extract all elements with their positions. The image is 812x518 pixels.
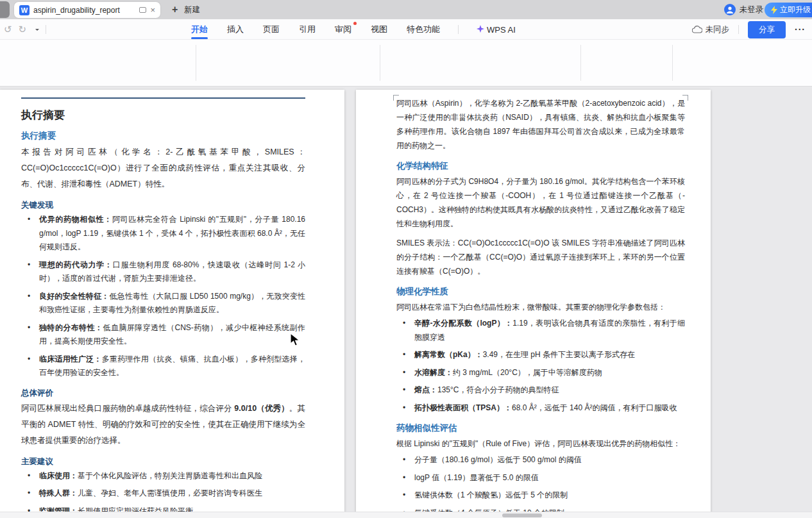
section-heading[interactable]: 物理化学性质 (396, 286, 685, 297)
menu-tabs: 开始 插入 页面 引用 审阅 视图 特色功能 WPS AI (190, 19, 517, 40)
sync-status-label: 未同步 (706, 24, 730, 35)
divider (672, 45, 673, 81)
divider (738, 25, 739, 34)
list-item[interactable]: 独特的分布特性：低血脑屏障穿透性（CNS-药物），减少中枢神经系统副作用，提高长… (21, 321, 305, 349)
list-item[interactable]: logP 值（1.19）显著低于 5.0 的限值 (396, 471, 685, 485)
list-item[interactable]: 监测管理：长期使用应定期评估获益风险平衡 (21, 505, 305, 512)
doc-title-heading[interactable]: 执行摘要 (21, 108, 305, 122)
ribbon-toolbar: Arial 11 A+ A− wén文 I U A X2 A A A (0, 40, 812, 87)
history-dropdown-icon[interactable] (35, 29, 39, 33)
document-tab-title: aspirin_drugability_report (33, 6, 135, 15)
menu-tab-wps-ai[interactable]: WPS AI (475, 21, 517, 39)
menu-bar: ↺ ↻ 开始 插入 页面 引用 审阅 视图 特色功能 WPS AI 未同步 分享… (0, 19, 812, 40)
undo-icon[interactable]: ↺ (4, 24, 12, 35)
subsection-heading[interactable]: 总体评价 (21, 388, 305, 399)
upgrade-label: 立即升级 (780, 4, 811, 15)
lightning-icon (771, 6, 777, 14)
paragraph[interactable]: 阿司匹林（Aspirin），化学名称为 2-乙酰氧基苯甲酸（2-acetoxyb… (396, 96, 685, 153)
user-avatar-icon (724, 4, 736, 15)
margin-corner-mark (393, 95, 399, 101)
list-item[interactable]: 理想的药代动力学：口服生物利用度 68-80%，快速吸收（达峰时间 1-2 小时… (21, 258, 305, 286)
list-item[interactable]: 特殊人群：儿童、孕妇、老年人需谨慎使用，必要时咨询专科医生 (21, 487, 305, 501)
lipinski-list: 分子量（180.16 g/mol）远低于 500 g/mol 的阈值 logP … (396, 453, 685, 512)
page-1[interactable]: 执行摘要 执行摘要 本报告对阿司匹林（化学名：2-乙酰氧基苯甲酸，SMILES：… (0, 90, 344, 512)
tab-preview-icon[interactable] (139, 7, 146, 13)
list-item[interactable]: 辛醇-水分配系数（logP）：1.19，表明该化合物具有适度的亲脂性，有利于细胞… (396, 317, 685, 344)
mouse-cursor-icon (290, 333, 301, 347)
tab-close-icon[interactable]: × (150, 6, 155, 14)
section-heading[interactable]: 药物相似性评估 (396, 422, 685, 434)
recommendations-list: 临床使用：基于个体化风险评估，特别关注胃肠道毒性和出血风险 特殊人群：儿童、孕妇… (21, 469, 305, 512)
new-tab-button[interactable]: + 新建 (172, 0, 200, 19)
list-item[interactable]: 优异的药物相似性：阿司匹林完全符合 Lipinski 的"五规则"，分子量 18… (21, 213, 305, 255)
section-heading[interactable]: 化学结构特征 (396, 160, 685, 172)
wps-writer-logo-icon: W (19, 5, 30, 15)
scrollbar-thumb[interactable] (502, 514, 542, 517)
sync-status[interactable]: 未同步 (692, 24, 730, 35)
paragraph[interactable]: 根据 Lipinski 的"五规则"（Rule of Five）评估，阿司匹林表… (396, 437, 685, 451)
document-canvas[interactable]: 执行摘要 执行摘要 本报告对阿司匹林（化学名：2-乙酰氧基苯甲酸，SMILES：… (0, 87, 812, 512)
new-tab-label[interactable]: 新建 (184, 4, 200, 15)
tab-bar: W aspirin_drugability_report × + 新建 未登录 … (0, 0, 812, 19)
paragraph[interactable]: 阿司匹林在常温下为白色结晶性粉末，微带酸味。其重要的物理化学参数包括： (396, 300, 685, 314)
window-controls-stub (0, 1, 10, 18)
plus-icon[interactable]: + (172, 4, 178, 15)
upgrade-button[interactable]: 立即升级 (765, 3, 812, 17)
wps-writer-window: W aspirin_drugability_report × + 新建 未登录 … (0, 0, 812, 518)
subsection-heading[interactable]: 主要建议 (21, 456, 305, 467)
more-options-icon[interactable]: ··· (795, 24, 806, 35)
horizontal-scrollbar[interactable] (0, 512, 812, 518)
horizontal-rule (21, 97, 305, 99)
list-item[interactable]: 解离常数（pKa）：3.49，在生理 pH 条件下主要以离子形式存在 (396, 348, 685, 362)
findings-list: 优异的药物相似性：阿司匹林完全符合 Lipinski 的"五规则"，分子量 18… (21, 213, 305, 380)
list-item[interactable]: 拓扑极性表面积（TPSA）：68.0 Å²，远低于 140 Å²的阈值，有利于口… (396, 401, 685, 415)
physchem-list: 辛醇-水分配系数（logP）：1.19，表明该化合物具有适度的亲脂性，有利于细胞… (396, 317, 685, 415)
list-item[interactable]: 氢键受体数（4 个氧原子）低于 10 个的限制 (396, 506, 685, 512)
login-status-label: 未登录 (740, 4, 764, 15)
divider (46, 25, 46, 34)
share-button[interactable]: 分享 (748, 21, 786, 38)
list-item[interactable]: 临床适用性广泛：多重药理作用（抗炎、镇痛、抗血小板），多种剂型选择，百年使用验证… (21, 353, 305, 380)
section-heading[interactable]: 执行摘要 (21, 130, 305, 142)
paragraph[interactable]: SMILES 表示法：CC(=O)Oc1ccccc1C(=O)O 该 SMILE… (396, 236, 685, 278)
menu-tab-insert[interactable]: 插入 (226, 19, 245, 40)
list-item[interactable]: 临床使用：基于个体化风险评估，特别关注胃肠道毒性和出血风险 (21, 469, 305, 483)
divider (196, 45, 196, 81)
menu-tab-home[interactable]: 开始 (190, 19, 209, 40)
ai-sparkle-icon (477, 25, 484, 33)
list-item[interactable]: 良好的安全性特征：低急性毒性（大鼠口服 LD50 1500 mg/kg），无致突… (21, 290, 305, 317)
page-2[interactable]: 阿司匹林（Aspirin），化学名称为 2-乙酰氧基苯甲酸（2-acetoxyb… (356, 90, 711, 512)
subsection-heading[interactable]: 关键发现 (21, 200, 305, 211)
list-item[interactable]: 分子量（180.16 g/mol）远低于 500 g/mol 的阈值 (396, 453, 685, 467)
menu-tab-review[interactable]: 审阅 (334, 19, 353, 40)
notification-dot (353, 22, 357, 25)
divider (580, 45, 581, 81)
document-tab[interactable]: W aspirin_drugability_report × (14, 2, 160, 18)
cloud-icon (692, 26, 702, 33)
divider (458, 25, 459, 34)
margin-corner-mark (682, 95, 688, 101)
redo-icon[interactable]: ↻ (19, 24, 27, 35)
menu-tab-page[interactable]: 页面 (262, 19, 281, 40)
list-item[interactable]: 氢键供体数（1 个羧酸氢）远低于 5 个的限制 (396, 489, 685, 503)
list-item[interactable]: 熔点：135°C，符合小分子药物的典型特征 (396, 383, 685, 397)
paragraph[interactable]: 本报告对阿司匹林（化学名：2-乙酰氧基苯甲酸，SMILES：CC(=O)Oc1c… (21, 144, 305, 192)
paragraph[interactable]: 阿司匹林的分子式为 C9H8O4，分子量为 180.16 g/mol。其化学结构… (396, 174, 685, 231)
account-button[interactable]: 未登录 (724, 0, 764, 19)
list-item[interactable]: 水溶解度：约 3 mg/mL（20°C），属于中等溶解度药物 (396, 366, 685, 380)
divider (380, 45, 380, 81)
menu-tab-view[interactable]: 视图 (369, 19, 389, 40)
paragraph[interactable]: 阿司匹林展现出经典口服药物的卓越成药性特征，综合评分 9.0/10（优秀）。其平… (21, 401, 305, 449)
menu-tab-references[interactable]: 引用 (298, 19, 317, 40)
menu-tab-features[interactable]: 特色功能 (405, 19, 441, 40)
